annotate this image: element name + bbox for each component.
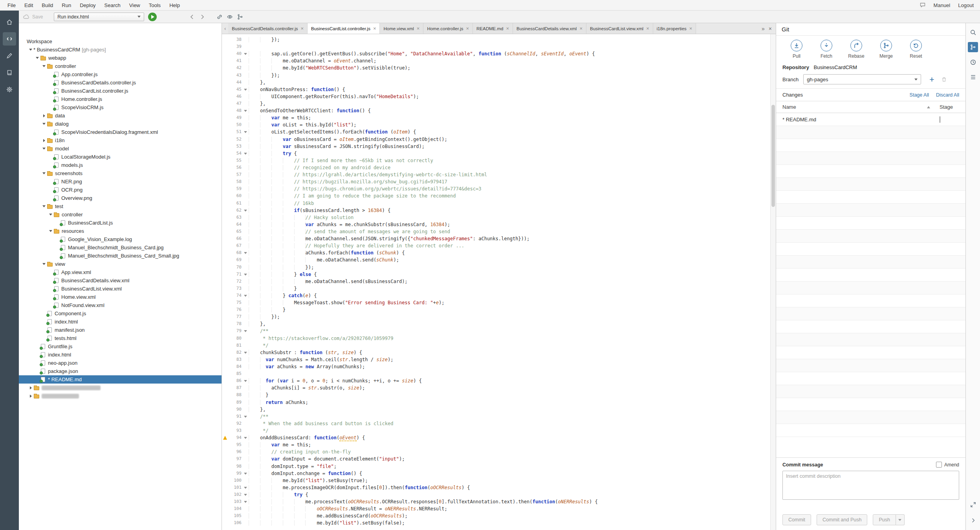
code-text[interactable]: me.oDataChannel = oEvent.channel; — [249, 57, 776, 64]
fold-toggle-icon[interactable] — [242, 470, 249, 477]
code-text[interactable]: var oBusinessCard = oItem.getBindingCont… — [249, 136, 776, 143]
tree-item-index-html[interactable]: index.html — [19, 318, 222, 326]
code-text[interactable]: sap.ui.getCore().getEventBus().subscribe… — [249, 50, 776, 57]
code-text[interactable]: // recognized on my android device — [249, 164, 776, 171]
edit-icon[interactable] — [3, 49, 16, 62]
code-editor[interactable]: 38 });3940 sap.ui.getCore().getEventBus(… — [222, 34, 776, 530]
code-text[interactable]: me.oDataChannel.send(JSON.stringify({"ch… — [249, 235, 776, 242]
code-text[interactable]: domInput.type = "file"; — [249, 463, 776, 470]
close-tab-icon[interactable]: × — [646, 26, 649, 31]
code-text[interactable]: var aChunks = me.chunkSubstr(sBusinessCa… — [249, 221, 776, 228]
link-icon[interactable] — [216, 14, 223, 20]
fold-toggle-icon[interactable] — [242, 207, 249, 214]
fold-toggle-icon[interactable] — [242, 249, 249, 256]
tree-item-localstoragemodel-js[interactable]: LocalStorageModel.js — [19, 153, 222, 161]
tree-item-readme-md[interactable]: * README.md — [19, 375, 222, 384]
fold-toggle-icon[interactable] — [242, 491, 249, 498]
menu-help[interactable]: Help — [165, 2, 184, 8]
branch-select[interactable]: gh-pages — [803, 74, 921, 84]
code-text[interactable]: chunkSubstr : function (str, size) { — [249, 349, 776, 356]
tree-item-manuel-blechschmidt-business-card-small-jpg[interactable]: Manuel_Blechschmidt_Business_Card_Small.… — [19, 252, 222, 260]
tree-item-businesscardlist-js[interactable]: BusinessCardList.js — [19, 219, 222, 227]
code-text[interactable]: aChunks[i] = str.substr(o, size); — [249, 384, 776, 391]
tab-businesscarddetails-controller-js[interactable]: BusinessCardDetails.controller.js× — [228, 23, 308, 34]
fold-toggle-icon[interactable] — [242, 413, 249, 420]
run-button[interactable] — [148, 13, 157, 21]
forward-arrow-icon[interactable] — [199, 14, 205, 20]
code-text[interactable]: return aChunks; — [249, 399, 776, 406]
code-text[interactable]: me.processText(oOCRResults.OCRResult.res… — [249, 498, 776, 505]
code-text[interactable]: } else { — [249, 271, 776, 278]
scrollbar-thumb[interactable] — [771, 105, 775, 207]
code-text[interactable]: // 16kb — [249, 200, 776, 207]
push-dropdown-button[interactable] — [896, 514, 905, 525]
commit-message-input[interactable] — [782, 471, 959, 500]
code-text[interactable]: } catch(e) { — [249, 292, 776, 299]
close-tab-icon[interactable]: × — [689, 26, 692, 31]
code-text[interactable]: // creating input on-the-fly — [249, 448, 776, 455]
save-button[interactable]: Save — [23, 14, 43, 20]
discard-all-link[interactable]: Discard All — [936, 92, 959, 98]
outline-icon[interactable] — [968, 72, 978, 82]
history-icon[interactable] — [968, 57, 978, 67]
tree-item-businesscardcrm[interactable]: * BusinessCardCRM[gh-pages] — [19, 46, 222, 54]
collapse-arrow-icon[interactable] — [41, 64, 47, 69]
code-text[interactable]: me.byId("list").setBusy(false); — [249, 519, 776, 526]
preview-eye-icon[interactable] — [227, 14, 233, 20]
commit-button[interactable]: Commit — [782, 514, 811, 525]
collapse-arrow-icon[interactable] — [48, 212, 53, 217]
tree-item-ner-png[interactable]: NER.png — [19, 177, 222, 186]
code-text[interactable]: */ — [249, 342, 776, 349]
code-text[interactable]: /** — [249, 413, 776, 420]
code-text[interactable]: var sBusinessCard = JSON.stringify(oBusi… — [249, 143, 776, 150]
tree-item-redacted[interactable] — [19, 384, 222, 392]
fold-toggle-icon[interactable] — [242, 292, 249, 299]
code-text[interactable]: }); — [249, 313, 776, 320]
collapse-arrow-icon[interactable] — [41, 261, 47, 267]
collapse-arrow-icon[interactable] — [41, 146, 47, 151]
close-tab-icon[interactable]: × — [417, 26, 420, 31]
tree-item-webapp[interactable]: webapp — [19, 54, 222, 62]
tree-item-businesscarddetails-view-xml[interactable]: BusinessCardDetails.view.xml — [19, 276, 222, 285]
code-text[interactable]: }, — [249, 79, 776, 86]
tree-item-businesscardlist-view-xml[interactable]: BusinessCardList.view.xml — [19, 285, 222, 293]
tree-item-scopevisiocrm-js[interactable]: ScopeVisioCRM.js — [19, 103, 222, 111]
git-fetch-button[interactable]: Fetch — [811, 40, 841, 59]
fold-toggle-icon[interactable] — [242, 271, 249, 278]
code-text[interactable]: * When the add business card button is c… — [249, 420, 776, 427]
fold-toggle-icon[interactable] — [242, 50, 249, 57]
code-text[interactable]: }); — [249, 36, 776, 43]
expand-arrow-icon[interactable] — [28, 386, 33, 389]
name-column-header[interactable]: Name — [782, 104, 796, 110]
menu-deploy[interactable]: Deploy — [75, 2, 100, 8]
tab-readme-md[interactable]: README.md× — [473, 23, 513, 34]
code-text[interactable]: * https://stackoverflow.com/a/29202760/1… — [249, 335, 776, 342]
code-text[interactable]: aChunks.forEach(function (sChunk) { — [249, 249, 776, 256]
collapse-arrow-icon[interactable] — [41, 204, 47, 209]
code-text[interactable]: } — [249, 391, 776, 398]
stage-checkbox[interactable] — [940, 116, 940, 123]
code-text[interactable]: }, — [249, 100, 776, 107]
expand-arrow-icon[interactable] — [28, 395, 33, 398]
menu-run[interactable]: Run — [57, 2, 75, 8]
tree-item-redacted[interactable] — [19, 392, 222, 400]
code-text[interactable]: // I am going to reduce the package size… — [249, 192, 776, 199]
code-text[interactable]: */ — [249, 427, 776, 434]
tree-item-view[interactable]: view — [19, 260, 222, 268]
code-text[interactable]: oList.getSelectedItems().forEach(functio… — [249, 128, 776, 135]
code-text[interactable]: // https://lgrahl.de/articles/demystifyi… — [249, 171, 776, 178]
fold-toggle-icon[interactable] — [242, 327, 249, 334]
close-tab-icon[interactable]: × — [373, 26, 376, 31]
stage-all-link[interactable]: Stage All — [910, 92, 929, 98]
fold-toggle-icon[interactable] — [242, 498, 249, 505]
tree-item-ocr-png[interactable]: OCR.png — [19, 186, 222, 194]
code-text[interactable]: var me = this; — [249, 441, 776, 448]
push-button[interactable]: Push — [873, 514, 896, 525]
tree-item-workspace[interactable]: Workspace — [19, 37, 222, 46]
collapse-panel-icon[interactable] — [968, 515, 978, 525]
code-text[interactable]: me.oDataChannel.send(sChunk); — [249, 256, 776, 263]
close-tab-icon[interactable]: × — [579, 26, 583, 31]
fold-toggle-icon[interactable] — [242, 150, 249, 157]
tree-item-overview-png[interactable]: Overview.png — [19, 194, 222, 202]
tree-item-package-json[interactable]: package.json — [19, 367, 222, 375]
